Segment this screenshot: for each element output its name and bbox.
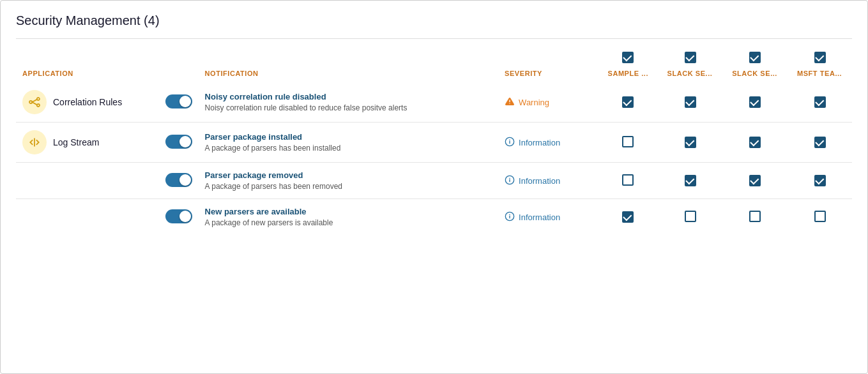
channel-header-checkbox-1 — [658, 47, 723, 64]
channel-check-log-stream-2-2 — [723, 163, 788, 199]
page-title: Security Management (4) — [16, 13, 852, 28]
checkbox-log-stream-1-channel-2[interactable] — [749, 137, 761, 148]
channel-checkboxes-row — [16, 47, 852, 64]
checkbox-log-stream-2-channel-0[interactable] — [622, 174, 634, 186]
info-icon — [505, 175, 515, 187]
notification-cell-log-stream-1: Parser package installedA package of par… — [199, 123, 499, 163]
severity-label: Warning — [519, 98, 549, 107]
notifications-table: APPLICATION NOTIFICATION SEVERITY SAMPLE… — [16, 47, 852, 235]
notification-col-header-empty — [199, 47, 499, 64]
notification-description: A package of parsers has been removed — [205, 182, 492, 191]
channel-check-log-stream-2-1 — [658, 163, 723, 199]
app-col-header-empty — [16, 47, 159, 64]
svg-point-15 — [509, 177, 510, 178]
column-labels-row: APPLICATION NOTIFICATION SEVERITY SAMPLE… — [16, 64, 852, 82]
checkbox-log-stream-3-channel-0[interactable] — [622, 211, 634, 223]
correlation-rules-icon — [22, 90, 47, 114]
checkbox-log-stream-3-channel-1[interactable] — [685, 211, 696, 222]
checkbox-log-stream-2-channel-3[interactable] — [814, 175, 826, 186]
severity-cell-log-stream-1: Information — [498, 123, 598, 163]
toggle-log-stream-1[interactable] — [165, 135, 192, 149]
toggle-cell-log-stream-2 — [159, 163, 199, 199]
checkbox-log-stream-3-channel-3[interactable] — [814, 211, 826, 222]
toggle-log-stream-2[interactable] — [165, 173, 192, 187]
severity-label: Information — [519, 213, 560, 222]
notification-title: Noisy correlation rule disabled — [205, 92, 492, 101]
info-icon — [505, 137, 515, 149]
app-cell-log-stream-1: Log Stream — [16, 123, 159, 163]
warning-icon — [505, 96, 515, 108]
svg-point-11 — [509, 139, 510, 140]
toggle-cell-correlation-rules — [159, 82, 199, 123]
notification-title: Parser package removed — [205, 170, 492, 180]
channel-label-1: SLACK SE... — [658, 64, 723, 82]
channel-check-log-stream-2-0 — [598, 163, 658, 199]
app-name-label: Log Stream — [53, 137, 99, 147]
toggle-knob — [179, 211, 191, 222]
channel-master-checkbox-3[interactable] — [814, 52, 826, 63]
security-management-container: Security Management (4) — [0, 0, 868, 374]
severity-label: Information — [519, 176, 560, 186]
severity-col-header-empty — [498, 47, 598, 64]
channel-check-correlation-rules-0 — [598, 82, 658, 123]
svg-point-19 — [509, 214, 510, 214]
table-row: Parser package removedA package of parse… — [16, 163, 852, 199]
notification-cell-correlation-rules: Noisy correlation rule disabledNoisy cor… — [199, 82, 499, 123]
toggle-correlation-rules[interactable] — [165, 94, 192, 108]
table-row: New parsers are availableA package of ne… — [16, 199, 852, 236]
channel-check-log-stream-3-0 — [598, 199, 658, 236]
svg-point-6 — [509, 103, 510, 103]
checkbox-log-stream-1-channel-0[interactable] — [622, 136, 634, 147]
channel-check-correlation-rules-2 — [723, 82, 788, 123]
channel-master-checkbox-2[interactable] — [749, 52, 761, 63]
channel-check-log-stream-1-1 — [658, 123, 723, 163]
severity-cell-log-stream-3: Information — [498, 199, 598, 236]
app-cell-log-stream-2 — [16, 163, 159, 199]
severity-info: Warning — [505, 96, 592, 108]
channel-label-2: SLACK SE... — [723, 64, 788, 82]
svg-line-3 — [32, 100, 37, 102]
application-col-label: APPLICATION — [16, 64, 159, 82]
checkbox-log-stream-1-channel-3[interactable] — [814, 137, 826, 148]
severity-info: Information — [505, 175, 592, 187]
channel-master-checkbox-1[interactable] — [685, 52, 696, 63]
channel-check-log-stream-2-3 — [788, 163, 852, 199]
channel-header-checkbox-2 — [723, 47, 788, 64]
toggle-knob — [179, 174, 191, 186]
info-icon — [505, 211, 515, 223]
table-body: Correlation RulesNoisy correlation rule … — [16, 82, 852, 235]
channel-label-3: MSFT TEA... — [788, 64, 852, 82]
channel-master-checkbox-0[interactable] — [622, 52, 634, 63]
app-info: Correlation Rules — [22, 90, 153, 114]
toggle-knob — [179, 96, 191, 107]
checkbox-correlation-rules-channel-0[interactable] — [622, 96, 634, 108]
channel-label-0: SAMPLE ... — [598, 64, 658, 82]
checkbox-log-stream-2-channel-1[interactable] — [685, 175, 696, 186]
channel-header-checkbox-3 — [788, 47, 852, 64]
channel-check-log-stream-3-2 — [723, 199, 788, 236]
checkbox-correlation-rules-channel-2[interactable] — [749, 96, 761, 108]
notification-description: Noisy correlation rule disabled to reduc… — [205, 103, 492, 112]
checkbox-correlation-rules-channel-3[interactable] — [814, 96, 826, 108]
table-row: Log StreamParser package installedA pack… — [16, 123, 852, 163]
checkbox-log-stream-1-channel-1[interactable] — [685, 137, 696, 148]
toggle-cell-log-stream-1 — [159, 123, 199, 163]
checkbox-log-stream-2-channel-2[interactable] — [749, 175, 761, 186]
channel-check-correlation-rules-3 — [788, 82, 852, 123]
notification-description: A package of parsers has been installed — [205, 144, 492, 153]
app-cell-log-stream-3 — [16, 199, 159, 236]
checkbox-log-stream-3-channel-2[interactable] — [749, 211, 761, 222]
checkbox-correlation-rules-channel-1[interactable] — [685, 96, 696, 108]
severity-cell-log-stream-2: Information — [498, 163, 598, 199]
toggle-knob — [179, 136, 191, 147]
toggle-log-stream-3[interactable] — [165, 209, 192, 223]
notification-title: New parsers are available — [205, 207, 492, 216]
toggle-col-header-empty — [159, 47, 199, 64]
channel-header-checkbox-0 — [598, 47, 658, 64]
app-info: Log Stream — [22, 130, 153, 154]
notification-title: Parser package installed — [205, 132, 492, 142]
app-name-label: Correlation Rules — [53, 97, 122, 107]
severity-info: Information — [505, 211, 592, 223]
notification-col-label: NOTIFICATION — [199, 64, 499, 82]
channel-check-log-stream-3-3 — [788, 199, 852, 236]
